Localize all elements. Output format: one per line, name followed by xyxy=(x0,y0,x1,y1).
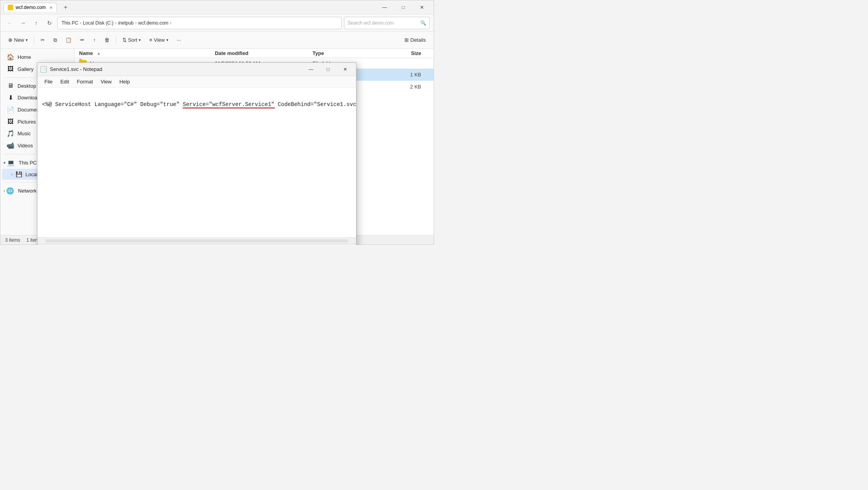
col-date-label: Date modified xyxy=(215,50,248,56)
delete-icon: 🗑 xyxy=(104,37,109,43)
explorer-window-controls: — □ ✕ xyxy=(376,2,430,13)
notepad-close-button[interactable]: ✕ xyxy=(337,64,353,74)
scrollbar-track[interactable] xyxy=(45,239,348,242)
col-header-date[interactable]: Date modified xyxy=(215,50,312,56)
share-button[interactable]: ↑ xyxy=(89,35,100,45)
col-header-type[interactable]: Type xyxy=(312,50,378,56)
notepad-editor[interactable]: <%@ ServiceHost Language="C#" Debug="tru… xyxy=(37,88,356,237)
sort-button[interactable]: ⇅ Sort ▾ xyxy=(118,35,145,45)
menu-format[interactable]: Format xyxy=(73,77,97,86)
downloads-icon: ⬇ xyxy=(7,94,14,101)
more-button[interactable]: ··· xyxy=(173,35,185,45)
copy-icon: ⧉ xyxy=(53,37,57,43)
new-tab-button[interactable]: + xyxy=(60,2,71,13)
sidebar-desktop-label: Desktop xyxy=(18,83,36,89)
tab-title: wcf.demo.com xyxy=(16,5,46,10)
file-list-header: Name ▲ Date modified Type Size xyxy=(74,49,434,58)
menu-help[interactable]: Help xyxy=(115,77,134,86)
sidebar-home-label: Home xyxy=(18,54,31,60)
view-button[interactable]: ≡ View ▾ xyxy=(145,35,172,45)
breadcrumb-sep-3: › xyxy=(135,20,137,26)
sort-label: Sort xyxy=(128,37,138,43)
refresh-button[interactable]: ↻ xyxy=(44,18,55,28)
paste-button[interactable]: 📋 xyxy=(62,35,76,45)
col-size-label: Size xyxy=(411,50,421,56)
col-header-name[interactable]: Name ▲ xyxy=(79,50,215,56)
toolbar: ⊕ New ▾ ✂ ⧉ 📋 ✏ ↑ 🗑 ⇅ Sort ▾ ≡ xyxy=(0,32,434,49)
music-icon: 🎵 xyxy=(7,130,14,137)
details-button[interactable]: ⊞ Details xyxy=(400,35,430,45)
pictures-icon: 🖼 xyxy=(7,118,14,125)
new-button[interactable]: ⊕ New ▾ xyxy=(4,35,32,45)
col-name-label: Name xyxy=(79,50,93,56)
new-icon: ⊕ xyxy=(8,37,12,43)
sidebar-network-label: Network xyxy=(18,188,37,194)
sidebar-music-label: Music xyxy=(18,131,31,136)
more-label: ··· xyxy=(177,37,181,43)
breadcrumb-pc[interactable]: This PC xyxy=(62,20,78,26)
new-chevron: ▾ xyxy=(26,38,28,42)
details-label: Details xyxy=(410,37,426,43)
forward-button[interactable]: → xyxy=(18,18,28,28)
sidebar-pictures-label: Pictures xyxy=(18,119,36,125)
this-pc-icon: 💻 xyxy=(7,159,15,166)
documents-icon: 📄 xyxy=(7,106,14,113)
sort-icon: ⇅ xyxy=(122,37,127,43)
new-label: New xyxy=(14,37,24,43)
gallery-icon: 🖼 xyxy=(7,65,14,73)
explorer-close-button[interactable]: ✕ xyxy=(413,2,430,13)
explorer-minimize-button[interactable]: — xyxy=(376,2,393,13)
share-icon: ↑ xyxy=(93,37,96,43)
view-icon: ≡ xyxy=(149,37,152,43)
col-header-size[interactable]: Size xyxy=(378,50,429,56)
search-box[interactable]: Search wcf.demo.com 🔍 xyxy=(344,17,430,29)
paste-icon: 📋 xyxy=(65,37,72,43)
desktop-icon: 🖥 xyxy=(7,82,14,89)
cut-button[interactable]: ✂ xyxy=(37,35,49,45)
copy-button[interactable]: ⧉ xyxy=(49,35,61,45)
up-button[interactable]: ↑ xyxy=(31,18,42,28)
tab-close-button[interactable]: ✕ xyxy=(49,5,53,10)
cut-icon: ✂ xyxy=(41,37,45,43)
menu-edit[interactable]: Edit xyxy=(56,77,73,86)
breadcrumb-sep-2: › xyxy=(115,20,116,26)
this-pc-expand-icon: ▾ xyxy=(4,161,5,165)
explorer-maximize-button[interactable]: □ xyxy=(395,2,412,13)
notepad-title-bar: 📄 Service1.svc - Notepad — □ ✕ xyxy=(37,63,356,76)
col-type-label: Type xyxy=(312,50,324,56)
col-name-sort-icon: ▲ xyxy=(97,51,101,55)
this-pc-label: This PC xyxy=(19,160,37,166)
view-chevron: ▾ xyxy=(166,38,168,42)
sort-chevron: ▾ xyxy=(139,38,141,42)
sidebar-videos-label: Videos xyxy=(18,143,33,149)
network-icon: 🌐 xyxy=(6,187,14,195)
notepad-title: Service1.svc - Notepad xyxy=(50,66,303,72)
network-expand-icon: › xyxy=(4,189,5,193)
back-button[interactable]: ← xyxy=(4,18,15,28)
notepad-scrollbar-horizontal[interactable] xyxy=(37,237,356,244)
breadcrumb-sep-4: › xyxy=(170,20,171,26)
breadcrumb-sep-1: › xyxy=(80,20,81,26)
explorer-tab[interactable]: wcf.demo.com ✕ xyxy=(4,3,57,12)
notepad-status-bar: Ln 1, Col 1 100% Windows (CRLF) UTF-8 wi… xyxy=(37,244,356,245)
rename-button[interactable]: ✏ xyxy=(76,35,88,45)
file-size-service1: 1 KB xyxy=(378,72,429,78)
breadcrumb-c[interactable]: Local Disk (C:) xyxy=(83,20,114,26)
address-bar: ← → ↑ ↻ This PC › Local Disk (C:) › inet… xyxy=(0,14,434,32)
notepad-app-icon: 📄 xyxy=(41,66,47,73)
menu-file[interactable]: File xyxy=(41,77,56,86)
breadcrumb-current[interactable]: wcf.demo.com xyxy=(138,20,168,26)
local-disk-icon: 💾 xyxy=(16,171,22,177)
breadcrumb-inetpub[interactable]: inetpub xyxy=(118,20,133,26)
notepad-window-controls: — □ ✕ xyxy=(303,64,353,74)
breadcrumb[interactable]: This PC › Local Disk (C:) › inetpub › wc… xyxy=(57,17,342,29)
search-icon[interactable]: 🔍 xyxy=(420,20,426,26)
sidebar-item-home[interactable]: 🏠 Home xyxy=(2,51,72,63)
rename-icon: ✏ xyxy=(80,37,85,43)
details-icon: ⊞ xyxy=(404,37,409,43)
menu-view[interactable]: View xyxy=(97,77,116,86)
notepad-minimize-button[interactable]: — xyxy=(303,64,319,74)
delete-button[interactable]: 🗑 xyxy=(101,35,113,45)
notepad-maximize-button[interactable]: □ xyxy=(320,64,336,74)
search-placeholder: Search wcf.demo.com xyxy=(348,20,394,26)
